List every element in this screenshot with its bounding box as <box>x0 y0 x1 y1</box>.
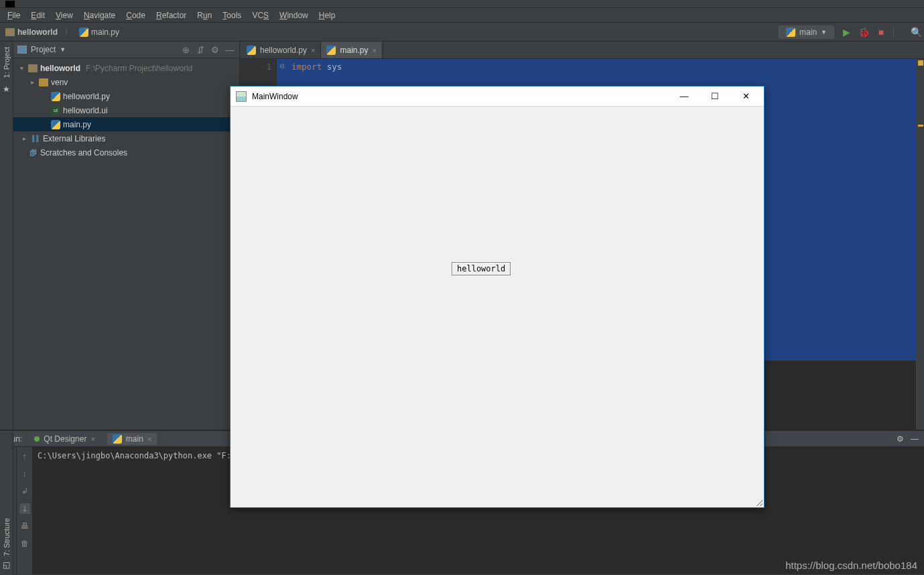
search-icon[interactable]: 🔍 <box>911 27 921 38</box>
debug-button-icon[interactable]: 🐞 <box>858 27 869 38</box>
tree-root-label: helloworld <box>40 64 80 73</box>
expand-icon[interactable]: ▸ <box>28 78 36 86</box>
close-button[interactable]: ✕ <box>730 86 761 107</box>
up-icon[interactable]: ↑ <box>19 451 30 462</box>
tree-root[interactable]: ▾ helloworld F:\Pycharm Project\hellowor… <box>13 61 239 75</box>
python-file-icon <box>326 46 336 55</box>
menu-vcs[interactable]: VCS <box>247 9 273 21</box>
tree-item-mainpy[interactable]: main.py <box>13 117 239 131</box>
window-titlebar <box>0 0 924 8</box>
tool-windows-quick-access-icon[interactable]: ◱ <box>3 560 10 570</box>
print-icon[interactable]: 🖶 <box>19 521 30 531</box>
tool-tab-favorites-icon[interactable]: ★ <box>1 82 11 97</box>
menu-code[interactable]: Code <box>121 9 150 21</box>
menu-tools[interactable]: Tools <box>218 9 246 21</box>
resize-grip-icon[interactable] <box>754 498 763 506</box>
project-tree[interactable]: ▾ helloworld F:\Pycharm Project\hellowor… <box>13 58 239 430</box>
run-config-selector[interactable]: main ▼ <box>779 25 834 39</box>
expand-icon[interactable]: ▸ <box>20 135 28 142</box>
tree-item-label: External Libraries <box>43 134 105 143</box>
locate-icon[interactable]: ⊕ <box>180 45 191 55</box>
python-file-icon <box>247 46 256 55</box>
warning-marker-icon[interactable] <box>918 60 923 66</box>
update-button-icon[interactable] <box>893 27 904 38</box>
project-panel-header: Project ▼ ⊕ ⇵ ⚙ — <box>13 42 239 58</box>
menu-refactor[interactable]: Refactor <box>151 9 191 21</box>
tool-tab-project[interactable]: 1: Project <box>1 43 12 82</box>
breadcrumb-file[interactable]: main.py <box>76 26 122 38</box>
marker-icon[interactable] <box>918 125 923 127</box>
editor-tab-helloworldpy[interactable]: helloworld.py × <box>241 42 321 58</box>
dropdown-caret-icon: ▼ <box>60 46 66 53</box>
tree-root-path: F:\Pycharm Project\helloworld <box>86 64 192 73</box>
soft-wrap-icon[interactable]: ↲ <box>19 486 30 497</box>
run-tab-qtdesigner[interactable]: Qt Designer × <box>29 433 100 445</box>
hide-panel-icon[interactable]: — <box>911 434 919 444</box>
tree-item-helloworldpy[interactable]: helloworld.py <box>13 89 239 103</box>
menu-navigate[interactable]: Navigate <box>79 9 120 21</box>
line-number: 1 <box>240 62 277 73</box>
maximize-button[interactable]: ☐ <box>700 86 730 107</box>
keyword: import <box>291 62 322 72</box>
helloworld-button[interactable]: helloworld <box>452 262 511 275</box>
python-file-icon <box>113 434 122 444</box>
delete-icon[interactable]: 🗑 <box>19 538 30 549</box>
breadcrumb-project-label: helloworld <box>17 27 58 37</box>
folder-icon <box>39 78 48 86</box>
app-window: MainWindow — ☐ ✕ helloworld <box>230 86 765 508</box>
tree-item-label: Scratches and Consoles <box>40 148 127 157</box>
settings-icon[interactable]: ⚙ <box>897 434 904 444</box>
run-tab-label: Qt Designer <box>44 434 86 444</box>
tree-item-label: helloworld.py <box>63 92 110 101</box>
scratches-icon: 🗐 <box>28 148 38 157</box>
breadcrumb-project[interactable]: helloworld <box>3 26 60 38</box>
dropdown-caret-icon: ▼ <box>821 29 827 36</box>
close-tab-icon[interactable]: × <box>311 46 315 54</box>
editor-tab-mainpy[interactable]: main.py × <box>321 42 382 58</box>
stop-button-icon[interactable]: ■ <box>876 27 886 38</box>
tree-item-label: main.py <box>63 120 91 129</box>
project-panel-title[interactable]: Project ▼ <box>17 45 66 54</box>
menu-window[interactable]: Window <box>275 9 313 21</box>
tree-item-label: venv <box>51 78 68 87</box>
app-window-title: MainWindow <box>252 92 669 101</box>
breadcrumb-file-label: main.py <box>91 27 119 37</box>
tree-item-venv[interactable]: ▸ venv <box>13 75 239 89</box>
tool-tab-structure[interactable]: 7: Structure <box>1 514 12 560</box>
tree-item-label: helloworld.ui <box>63 106 108 115</box>
close-tab-icon[interactable]: × <box>147 435 151 443</box>
down-icon[interactable]: ↓ <box>19 468 30 479</box>
close-tab-icon[interactable]: × <box>373 46 377 54</box>
menu-edit[interactable]: Edit <box>26 9 50 21</box>
editor-marker-bar[interactable] <box>916 59 924 430</box>
menu-file[interactable]: File <box>3 9 25 21</box>
settings-icon[interactable]: ⚙ <box>210 45 220 55</box>
editor-tab-label: helloworld.py <box>260 46 307 55</box>
close-tab-icon[interactable]: × <box>90 435 94 443</box>
python-file-icon <box>79 27 88 37</box>
tree-item-scratches[interactable]: 🗐 Scratches and Consoles <box>13 145 239 159</box>
menu-run[interactable]: Run <box>192 9 216 21</box>
tree-item-external-libraries[interactable]: ▸ ∥∥ External Libraries <box>13 131 239 145</box>
run-button-icon[interactable]: ▶ <box>841 27 852 38</box>
expand-icon[interactable]: ▾ <box>17 64 25 72</box>
collapse-all-icon[interactable]: ⇵ <box>195 45 206 55</box>
breadcrumb-separator: 〉 <box>63 26 74 38</box>
project-view-icon <box>17 46 27 54</box>
menu-help[interactable]: Help <box>314 9 340 21</box>
app-window-icon <box>236 91 247 102</box>
scroll-to-end-icon[interactable]: ⤓ <box>19 503 30 514</box>
menu-view[interactable]: View <box>51 9 78 21</box>
app-window-titlebar[interactable]: MainWindow — ☐ ✕ <box>230 86 764 107</box>
hide-panel-icon[interactable]: — <box>224 45 235 55</box>
python-file-icon <box>51 120 60 129</box>
left-gutter: 1: Project ★ <box>0 42 13 430</box>
minimize-button[interactable]: — <box>669 86 700 107</box>
editor-tab-label: main.py <box>340 46 368 55</box>
python-file-icon <box>51 92 60 101</box>
tree-item-helloworldui[interactable]: ui helloworld.ui <box>13 103 239 117</box>
run-left-toolbar-2: ↑ ↓ ↲ ⤓ 🖶 🗑 <box>16 447 32 574</box>
run-tab-main[interactable]: main × <box>107 433 157 445</box>
editor-tabs: helloworld.py × main.py × <box>240 42 924 59</box>
ui-file-icon: ui <box>51 106 60 115</box>
